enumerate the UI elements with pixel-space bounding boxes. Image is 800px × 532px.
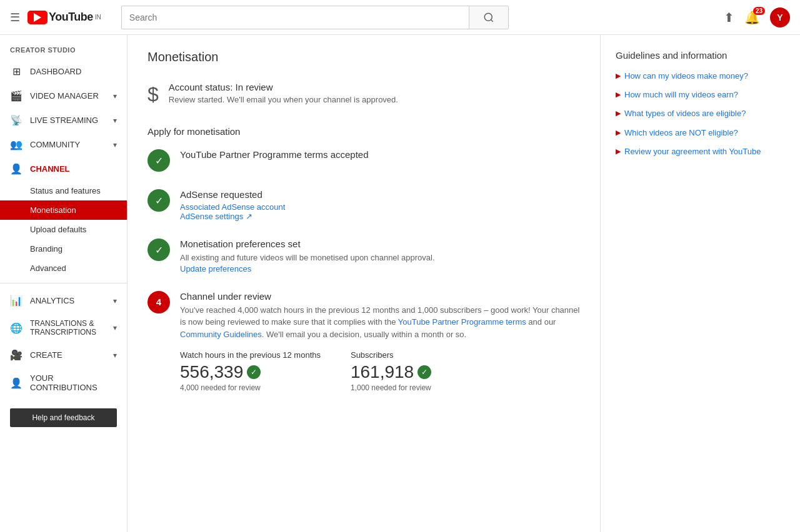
account-status-sub: Review started. We'll email you when you… [169, 95, 398, 104]
contributions-icon: 👤 [10, 377, 22, 389]
arrow-icon: ▶ [616, 72, 621, 80]
yt-logo-country: IN [95, 14, 101, 21]
svg-point-0 [484, 13, 492, 21]
sidebar-item-label: YOUR CONTRIBUTIONS [30, 373, 117, 392]
step4-title: Channel under review [180, 291, 580, 302]
upload-icon[interactable]: ⬆ [724, 10, 734, 25]
chevron-down-icon: ▾ [113, 92, 117, 101]
guideline-link-5[interactable]: Review your agreement with YouTube [624, 146, 761, 157]
account-status-box: $ Account status: In review Review start… [148, 77, 580, 111]
arrow-icon: ▶ [616, 147, 621, 155]
sidebar-sub-monetisation[interactable]: Monetisation [0, 200, 127, 220]
sidebar-item-label: COMMUNITY [30, 140, 80, 149]
channel-label: CHANNEL [30, 164, 117, 174]
community-guidelines-link[interactable]: Community Guidelines [180, 330, 262, 339]
subscribers-block: Subscribers 161,918 ✓ 1,000 needed for r… [351, 350, 431, 392]
analytics-icon: 📊 [10, 295, 22, 307]
sidebar-sub-status[interactable]: Status and features [0, 181, 127, 200]
help-feedback-button[interactable]: Help and feedback [10, 408, 117, 427]
step-3: ✓ Monetisation preferences set All exist… [148, 239, 580, 273]
guideline-link-2[interactable]: How much will my videos earn? [624, 89, 738, 101]
step1-title: YouTube Partner Programme terms accepted [180, 149, 369, 160]
search-input[interactable] [121, 6, 469, 29]
stats-row: Watch hours in the previous 12 months 55… [180, 350, 580, 392]
step2-title: AdSense requested [180, 189, 285, 200]
adsense-settings-link[interactable]: AdSense settings ↗ [180, 212, 252, 221]
guideline-item-3: ▶ What types of videos are eligible? [616, 108, 785, 119]
search-container [121, 6, 509, 29]
center-panel: Monetisation $ Account status: In review… [128, 35, 600, 532]
sidebar-item-label: DASHBOARD [30, 67, 81, 76]
step1-icon: ✓ [148, 149, 170, 172]
chevron-down-icon: ▾ [113, 351, 117, 360]
step-1: ✓ YouTube Partner Programme terms accept… [148, 149, 580, 172]
arrow-icon: ▶ [616, 109, 621, 117]
right-panel: Guidelines and information ▶ How can my … [600, 35, 800, 532]
translations-icon: 🌐 [10, 322, 22, 334]
topnav: ☰ YouTubeIN ⬆ 🔔 23 Y [0, 0, 800, 35]
avatar[interactable]: Y [770, 7, 790, 27]
step3-body: All existing and future videos will be m… [180, 252, 435, 264]
sidebar-item-label: LIVE STREAMING [30, 116, 98, 125]
notif-badge: 23 [753, 7, 765, 15]
step4-icon: 4 [148, 291, 170, 313]
sidebar-item-analytics[interactable]: 📊 ANALYTICS ▾ [0, 288, 127, 313]
guideline-link-3[interactable]: What types of videos are eligible? [624, 108, 746, 119]
apply-heading: Apply for monetisation [148, 126, 580, 137]
sidebar-item-contributions[interactable]: 👤 YOUR CONTRIBUTIONS [0, 367, 127, 398]
youtube-logo[interactable]: YouTubeIN [28, 11, 101, 24]
step2-icon: ✓ [148, 189, 170, 212]
sidebar-item-channel[interactable]: 👤 CHANNEL [0, 157, 127, 181]
sidebar-brand: CREATOR STUDIO [0, 35, 127, 59]
sidebar-sub-branding[interactable]: Branding [0, 239, 127, 259]
watch-hours-label: Watch hours in the previous 12 months [180, 350, 321, 360]
chevron-down-icon: ▾ [113, 116, 117, 125]
dollar-icon: $ [148, 83, 159, 106]
sidebar-item-label: VIDEO MANAGER [30, 91, 99, 101]
guideline-link-1[interactable]: How can my videos make money? [624, 71, 748, 82]
sidebar-item-create[interactable]: 🎥 CREATE ▾ [0, 343, 127, 367]
sidebar-item-dashboard[interactable]: ⊞ DASHBOARD [0, 59, 127, 84]
sidebar-item-video-manager[interactable]: 🎬 VIDEO MANAGER ▾ [0, 84, 127, 108]
guideline-item-1: ▶ How can my videos make money? [616, 71, 785, 82]
guidelines-title: Guidelines and information [616, 50, 785, 61]
guideline-item-2: ▶ How much will my videos earn? [616, 89, 785, 101]
dashboard-icon: ⊞ [10, 66, 22, 77]
subscribers-check: ✓ [418, 365, 431, 379]
step4-body: You've reached 4,000 watch hours in the … [180, 304, 580, 341]
subscribers-note: 1,000 needed for review [351, 383, 431, 392]
step4-text2: and our [526, 317, 556, 327]
search-button[interactable] [469, 6, 509, 29]
guideline-link-4[interactable]: Which videos are NOT eligible? [624, 127, 738, 139]
arrow-icon: ▶ [616, 91, 621, 99]
sidebar-sub-upload-defaults[interactable]: Upload defaults [0, 220, 127, 239]
video-manager-icon: 🎬 [10, 90, 22, 102]
watch-hours-note: 4,000 needed for review [180, 383, 321, 392]
main-content: Monetisation $ Account status: In review… [128, 35, 800, 532]
subscribers-value: 161,918 [351, 362, 414, 382]
sidebar-sub-advanced[interactable]: Advanced [0, 259, 127, 278]
community-icon: 👥 [10, 139, 22, 150]
update-preferences-link[interactable]: Update preferences [180, 264, 251, 273]
guideline-item-4: ▶ Which videos are NOT eligible? [616, 127, 785, 139]
sidebar-item-community[interactable]: 👥 COMMUNITY ▾ [0, 132, 127, 157]
channel-submenu: Status and features Monetisation Upload … [0, 181, 127, 278]
sidebar-item-label: TRANSLATIONS & TRANSCRIPTIONS [30, 319, 106, 337]
adsense-account-link[interactable]: Associated AdSense account [180, 202, 285, 212]
sidebar-item-translations[interactable]: 🌐 TRANSLATIONS & TRANSCRIPTIONS ▾ [0, 313, 127, 343]
watch-hours-block: Watch hours in the previous 12 months 55… [180, 350, 321, 392]
step-4: 4 Channel under review You've reached 4,… [148, 291, 580, 393]
step-2: ✓ AdSense requested Associated AdSense a… [148, 189, 580, 221]
sidebar-item-label: CREATE [30, 350, 62, 360]
step3-icon: ✓ [148, 239, 170, 261]
hamburger-menu[interactable]: ☰ [10, 11, 20, 24]
sidebar-item-label: ANALYTICS [30, 296, 74, 305]
notifications-button[interactable]: 🔔 23 [744, 10, 760, 25]
sidebar-item-live-streaming[interactable]: 📡 LIVE STREAMING ▾ [0, 108, 127, 132]
step4-text3: . We'll email you a decision, usually wi… [262, 330, 466, 339]
topnav-right: ⬆ 🔔 23 Y [724, 7, 790, 27]
yt-partner-terms-link[interactable]: YouTube Partner Programme terms [398, 317, 526, 327]
channel-icon: 👤 [10, 163, 22, 175]
create-icon: 🎥 [10, 349, 22, 361]
subscribers-label: Subscribers [351, 350, 431, 360]
